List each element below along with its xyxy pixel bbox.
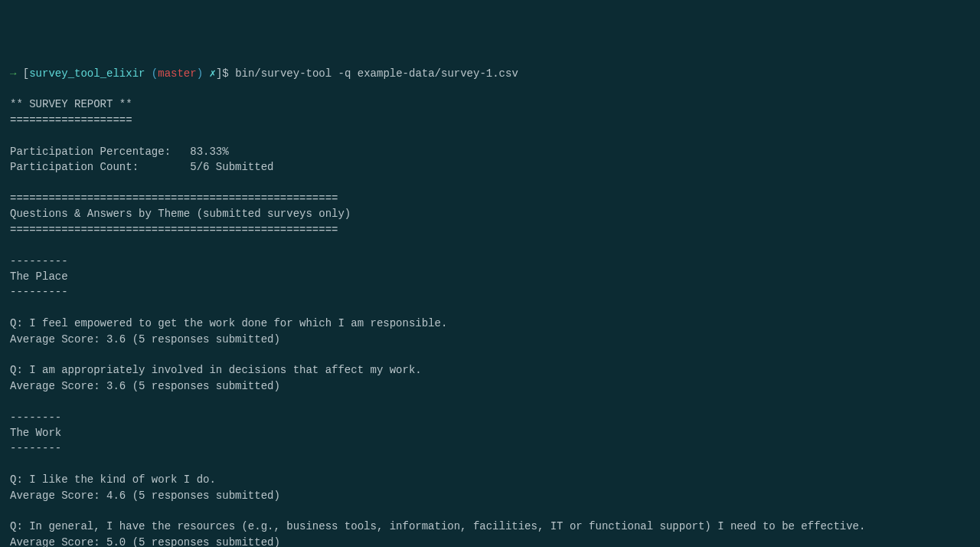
section-title: Questions & Answers by Theme (submitted …: [10, 208, 351, 220]
report-title-rule: ===================: [10, 114, 132, 126]
bracket-open: [: [16, 67, 29, 80]
question-text: Q: I feel empowered to get the work done…: [10, 317, 447, 329]
average-score: Average Score: 3.6 (5 responses submitte…: [10, 333, 280, 346]
prompt-symbol: $: [222, 67, 235, 80]
current-directory: survey_tool_elixir: [29, 67, 145, 80]
theme-name: The Work: [10, 427, 61, 439]
git-paren-open: (: [145, 67, 158, 80]
participation-count: Participation Count: 5/6 Submitted: [10, 161, 273, 173]
theme-rule: --------: [10, 411, 61, 424]
question-text: Q: I am appropriately involved in decisi…: [10, 364, 422, 376]
dirty-indicator-icon: ✗: [203, 67, 216, 80]
theme-rule: ---------: [10, 286, 68, 298]
prompt-line: → [survey_tool_elixir (master) ✗]$ bin/s…: [10, 67, 518, 80]
question-text: Q: In general, I have the resources (e.g…: [10, 520, 865, 532]
question-text: Q: I like the kind of work I do.: [10, 473, 216, 486]
theme-name: The Place: [10, 270, 68, 283]
terminal-window[interactable]: → [survey_tool_elixir (master) ✗]$ bin/s…: [10, 66, 970, 547]
participation-percentage: Participation Percentage: 83.33%: [10, 146, 229, 158]
average-score: Average Score: 4.6 (5 responses submitte…: [10, 490, 280, 502]
theme-rule: --------: [10, 442, 61, 454]
git-branch: master: [158, 67, 196, 80]
section-rule: ========================================…: [10, 224, 338, 236]
average-score: Average Score: 5.0 (5 responses submitte…: [10, 536, 280, 547]
command-input[interactable]: bin/survey-tool -q example-data/survey-1…: [235, 67, 518, 80]
git-paren-close: ): [197, 67, 203, 80]
average-score: Average Score: 3.6 (5 responses submitte…: [10, 380, 280, 392]
section-rule: ========================================…: [10, 192, 338, 205]
report-title: ** SURVEY REPORT **: [10, 98, 132, 110]
theme-rule: ---------: [10, 255, 68, 267]
